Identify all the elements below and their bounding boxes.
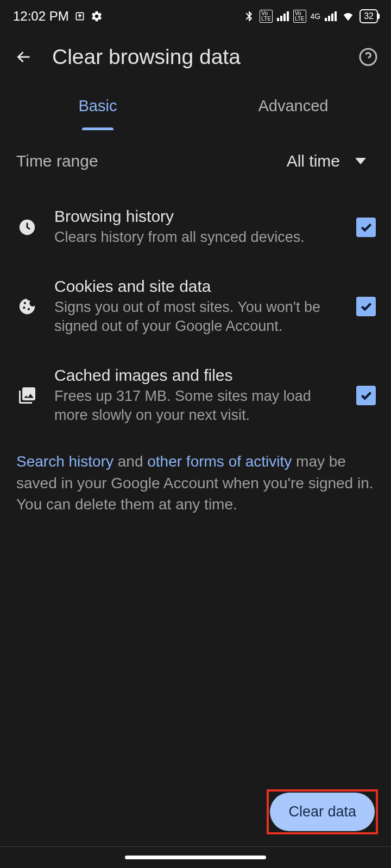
footer-note: Search history and other forms of activi…: [0, 440, 391, 526]
signal-icon-2: [325, 11, 337, 21]
page-title: Clear browsing data: [52, 45, 341, 69]
checkbox-cookies[interactable]: [356, 297, 376, 316]
clear-data-button[interactable]: Clear data: [270, 793, 375, 831]
tab-advanced-label: Advanced: [258, 97, 329, 115]
wifi-icon: [341, 10, 355, 22]
chevron-down-icon: [355, 158, 366, 164]
signal-icon-1: [277, 11, 289, 21]
volte-badge-2: VoLTE: [293, 10, 306, 23]
time-range-value-wrap: All time: [287, 152, 375, 170]
battery-level: 32: [364, 11, 374, 21]
clear-button-wrap: Clear data: [267, 789, 378, 834]
network-4g-label: 4G: [311, 12, 321, 21]
history-icon: [15, 218, 39, 237]
option-content: Browsing history Clears history from all…: [54, 207, 341, 247]
option-desc: Clears history from all synced devices.: [54, 228, 341, 247]
checkbox-browsing-history[interactable]: [356, 218, 376, 237]
option-desc: Frees up 317 MB. Some sites may load mor…: [54, 387, 341, 425]
back-button[interactable]: [11, 44, 37, 70]
tabs: Basic Advanced: [0, 81, 391, 130]
option-desc: Signs you out of most sites. You won't b…: [54, 298, 341, 336]
help-button[interactable]: [356, 45, 380, 69]
checkbox-cached-images[interactable]: [356, 386, 376, 405]
battery-indicator: 32: [360, 9, 378, 23]
option-cookies[interactable]: Cookies and site data Signs you out of m…: [0, 262, 391, 351]
bluetooth-icon: [243, 10, 255, 23]
option-content: Cached images and files Frees up 317 MB.…: [54, 366, 341, 425]
time-range-label: Time range: [16, 152, 98, 170]
status-right: VoLTE VoLTE 4G 32: [243, 9, 378, 23]
status-bar: 12:02 PM VoLTE VoLTE 4G 32: [0, 0, 391, 33]
option-content: Cookies and site data Signs you out of m…: [54, 277, 341, 336]
time-range-selector[interactable]: Time range All time: [0, 130, 391, 192]
app-bar: Clear browsing data: [0, 33, 391, 81]
images-icon: [15, 386, 39, 405]
time-range-value: All time: [287, 152, 340, 170]
volte-badge-1: VoLTE: [260, 10, 273, 23]
option-title: Cookies and site data: [54, 277, 341, 296]
status-left: 12:02 PM: [13, 9, 103, 24]
tab-basic-label: Basic: [79, 97, 117, 115]
option-title: Cached images and files: [54, 366, 341, 385]
option-browsing-history[interactable]: Browsing history Clears history from all…: [0, 192, 391, 262]
search-history-link[interactable]: Search history: [16, 453, 113, 470]
other-activity-link[interactable]: other forms of activity: [147, 453, 292, 470]
footer-text-1: and: [113, 453, 147, 470]
cookie-icon: [15, 297, 39, 316]
settings-icon: [91, 10, 103, 22]
nav-handle[interactable]: [125, 856, 266, 859]
annotation-highlight: Clear data: [267, 789, 378, 834]
status-time: 12:02 PM: [13, 9, 69, 24]
tab-advanced[interactable]: Advanced: [195, 81, 391, 130]
tab-basic[interactable]: Basic: [0, 81, 195, 130]
option-title: Browsing history: [54, 207, 341, 226]
option-cached-images[interactable]: Cached images and files Frees up 317 MB.…: [0, 351, 391, 440]
upload-icon: [74, 11, 85, 22]
nav-bar: [0, 846, 391, 868]
